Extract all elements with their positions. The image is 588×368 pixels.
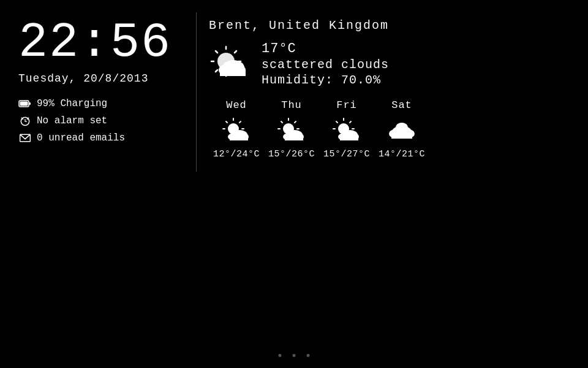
date-display: Tuesday, 20/8/2013 <box>18 72 184 85</box>
panel-divider <box>196 12 197 172</box>
svg-line-39 <box>295 121 296 123</box>
alarm-svg <box>19 115 31 127</box>
forecast-label-thu: Thu <box>281 99 302 111</box>
forecast-icon-sat <box>386 115 417 145</box>
forecast-temps-thu: 15°/26°C <box>268 149 315 159</box>
svg-line-15 <box>216 51 217 53</box>
current-humidity: Humidity: 70.0% <box>262 73 389 87</box>
dot-3 <box>307 354 310 357</box>
svg-rect-21 <box>220 70 246 76</box>
forecast-label-sat: Sat <box>391 99 412 111</box>
clock-display: 22:56 <box>18 18 184 67</box>
forecast-day-thu: Thu 15°/2 <box>264 99 319 159</box>
svg-line-16 <box>235 51 236 53</box>
forecast-temps-wed: 12°/24°C <box>213 149 260 159</box>
forecast-label-fri: Fri <box>336 99 357 111</box>
battery-item: ⚡ 99% Charging <box>18 97 184 110</box>
svg-rect-54 <box>340 137 358 140</box>
battery-icon: ⚡ <box>18 97 32 110</box>
forecast-temps-fri: 15°/27°C <box>323 149 370 159</box>
current-icon-svg <box>209 44 252 81</box>
svg-text:⚡: ⚡ <box>23 102 26 108</box>
forecast-temps-sat: 14°/21°C <box>379 149 425 159</box>
forecast-label-wed: Wed <box>226 99 247 111</box>
forecast-icon-fri <box>331 115 362 145</box>
email-item: 0 unread emails <box>18 131 184 145</box>
location-label: Brent, United Kingdom <box>209 18 570 33</box>
dot-1 <box>279 354 282 357</box>
current-temp: 17°C <box>262 41 389 56</box>
svg-line-28 <box>239 121 241 123</box>
svg-line-27 <box>226 121 227 123</box>
email-icon <box>18 131 32 145</box>
pagination-dots <box>279 354 310 357</box>
forecast-icon-wed <box>221 115 252 145</box>
svg-rect-43 <box>285 137 303 140</box>
svg-line-50 <box>350 121 351 123</box>
forecast-icon-thu <box>276 115 307 145</box>
left-panel: 22:56 Tuesday, 20/8/2013 ⚡ <box>18 12 184 172</box>
forecast-day-fri: Fri 15°/2 <box>319 99 374 159</box>
right-panel: Brent, United Kingdom <box>209 12 570 172</box>
svg-line-49 <box>336 121 337 123</box>
svg-line-38 <box>281 121 282 123</box>
forecast-day-sat: Sat 14°/21°C <box>374 99 429 159</box>
forecast-day-wed: Wed 12°/2 <box>209 99 264 159</box>
current-desc: scattered clouds <box>262 58 389 72</box>
dot-2 <box>293 354 296 357</box>
current-weather: 17°C scattered clouds Humidity: 70.0% <box>209 41 570 87</box>
info-items: ⚡ 99% Charging <box>18 97 184 145</box>
svg-point-58 <box>396 123 408 132</box>
svg-line-17 <box>216 70 217 72</box>
alarm-icon <box>18 114 32 128</box>
current-weather-icon <box>209 41 252 84</box>
current-details: 17°C scattered clouds Humidity: 70.0% <box>262 41 389 87</box>
alarm-label: No alarm set <box>37 115 107 126</box>
email-label: 0 unread emails <box>37 132 125 144</box>
battery-label: 99% Charging <box>37 98 107 109</box>
forecast-row: Wed 12°/2 <box>209 99 570 159</box>
svg-rect-59 <box>391 134 412 139</box>
battery-svg: ⚡ <box>18 97 32 110</box>
alarm-item: No alarm set <box>18 114 184 128</box>
svg-rect-32 <box>230 137 248 140</box>
svg-rect-1 <box>29 102 31 105</box>
mail-svg <box>19 132 31 144</box>
